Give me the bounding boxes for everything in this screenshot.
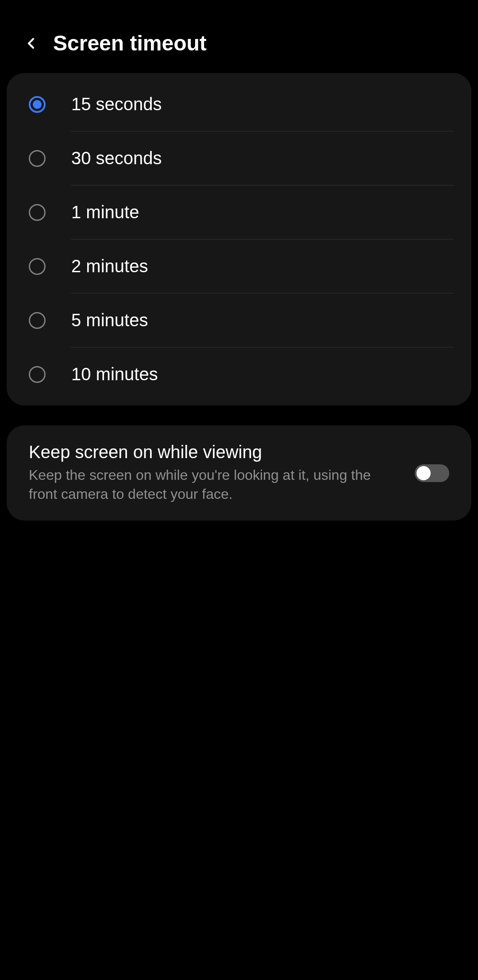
radio-button — [29, 312, 46, 329]
radio-button — [29, 258, 46, 275]
radio-button — [29, 366, 46, 383]
page-title: Screen timeout — [53, 31, 207, 55]
radio-label: 30 seconds — [71, 148, 162, 168]
timeout-options-card: 15 seconds 30 seconds 1 minute 2 minutes — [7, 73, 471, 405]
radio-item-1-minute[interactable]: 1 minute — [7, 185, 471, 239]
option-description: Keep the screen on while you're looking … — [29, 466, 401, 504]
radio-item-10-minutes[interactable]: 10 minutes — [7, 347, 471, 401]
radio-label: 15 seconds — [71, 94, 162, 114]
keep-screen-on-toggle[interactable] — [415, 464, 449, 482]
keep-screen-on-card[interactable]: Keep screen on while viewing Keep the sc… — [7, 425, 471, 521]
header: Screen timeout — [0, 0, 478, 73]
radio-label: 2 minutes — [71, 256, 148, 276]
radio-item-30-seconds[interactable]: 30 seconds — [7, 131, 471, 185]
radio-inner — [33, 100, 42, 109]
radio-group: 15 seconds 30 seconds 1 minute 2 minutes — [7, 73, 471, 405]
radio-label: 5 minutes — [71, 310, 148, 330]
back-icon[interactable] — [22, 35, 40, 52]
radio-button — [29, 150, 46, 167]
radio-item-15-seconds[interactable]: 15 seconds — [7, 77, 471, 131]
radio-button — [29, 204, 46, 221]
radio-item-2-minutes[interactable]: 2 minutes — [7, 239, 471, 293]
radio-button — [29, 96, 46, 113]
radio-item-5-minutes[interactable]: 5 minutes — [7, 293, 471, 347]
radio-label: 1 minute — [71, 202, 139, 222]
toggle-thumb — [416, 466, 431, 480]
option-title: Keep screen on while viewing — [29, 442, 401, 462]
option-text: Keep screen on while viewing Keep the sc… — [29, 442, 401, 504]
radio-label: 10 minutes — [71, 364, 158, 384]
